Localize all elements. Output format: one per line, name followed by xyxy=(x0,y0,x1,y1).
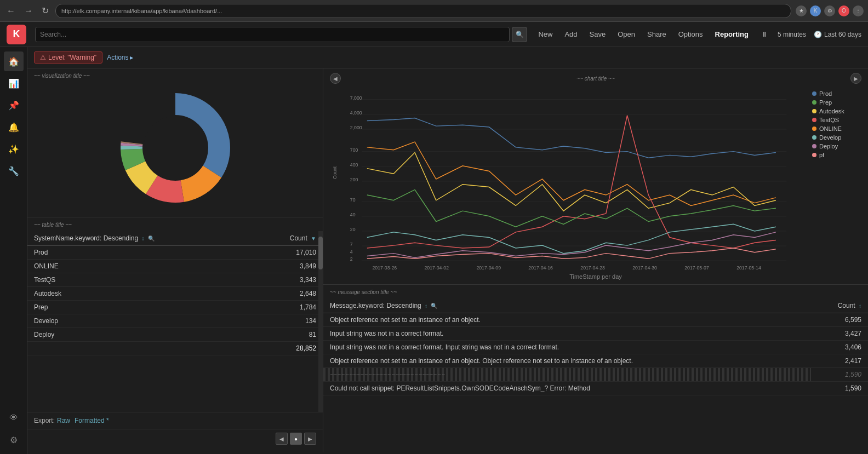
extension-icon[interactable]: ⚙ xyxy=(824,5,835,16)
sidebar-home[interactable]: 🏠 xyxy=(4,51,24,71)
profile-icon[interactable]: K xyxy=(810,5,821,16)
legend-item: Develop xyxy=(812,134,861,141)
count-cell: 1,784 xyxy=(255,301,323,314)
actions-button[interactable]: Actions xyxy=(107,54,133,61)
star-icon[interactable]: ★ xyxy=(796,5,807,16)
filter-tag-warning[interactable]: Level: "Warning" xyxy=(34,51,102,64)
message-section: ~~ message section title ~~ Message.keyw… xyxy=(323,285,868,452)
open-button[interactable]: Open xyxy=(615,29,637,39)
legend-dot xyxy=(812,127,816,131)
message-cell: Input string was not in a correct format… xyxy=(323,327,811,341)
svg-text:2017-04-23: 2017-04-23 xyxy=(580,265,605,271)
search-input[interactable] xyxy=(35,27,510,42)
legend-dot xyxy=(812,144,816,148)
message-section-title: ~~ message section title ~~ xyxy=(323,289,868,298)
new-button[interactable]: New xyxy=(536,29,555,39)
sidebar-alerts[interactable]: 🔔 xyxy=(4,117,24,137)
message-count: 2,417 xyxy=(811,354,868,368)
pause-button[interactable]: ⏸ xyxy=(758,29,770,39)
legend-item: Prod xyxy=(812,90,861,97)
export-label: Export: xyxy=(34,417,55,424)
svg-text:2017-04-30: 2017-04-30 xyxy=(632,265,657,271)
forward-button[interactable]: → xyxy=(22,4,35,18)
sidebar-settings[interactable]: ⚙ xyxy=(4,430,24,450)
scroll-indicator[interactable] xyxy=(318,231,323,412)
legend-label: Develop xyxy=(819,134,841,141)
left-panel: ~~ visualization title ~~ xyxy=(27,68,323,452)
interval-label: 5 minutes xyxy=(778,31,806,38)
browser-icons: ★ K ⚙ O ⋮ xyxy=(796,5,864,16)
svg-text:7: 7 xyxy=(350,242,353,247)
svg-text:Count: Count xyxy=(332,166,338,179)
chart-next-btn[interactable]: ▶ xyxy=(850,73,861,84)
export-raw[interactable]: Raw xyxy=(57,417,70,424)
sidebar-tools[interactable]: 🔧 xyxy=(4,161,24,181)
message-cell: Could not call snippet: PEResultListSnip… xyxy=(323,382,811,395)
legend-label: ONLINE xyxy=(819,125,842,132)
message-count: 3,427 xyxy=(811,327,868,341)
sort-icon[interactable]: ↕ xyxy=(141,235,144,242)
opera-icon[interactable]: O xyxy=(838,5,849,16)
menu-icon[interactable]: ⋮ xyxy=(853,5,864,16)
page-prev[interactable]: ◀ xyxy=(276,433,288,445)
svg-text:2017-04-02: 2017-04-02 xyxy=(424,265,449,271)
refresh-button[interactable]: ↻ xyxy=(39,3,51,18)
filter-bar: Level: "Warning" Actions xyxy=(27,47,868,68)
count-col-header: Count ▼ xyxy=(255,231,323,246)
svg-text:70: 70 xyxy=(350,197,356,203)
pagination-bar: ◀ ● ▶ xyxy=(27,429,323,448)
table-row: Develop134 xyxy=(27,314,323,328)
msg-count-sort-icon[interactable]: ↕ xyxy=(859,303,861,309)
total-label xyxy=(27,342,255,355)
page-circle[interactable]: ● xyxy=(290,433,302,445)
export-formatted[interactable]: Formatted * xyxy=(75,417,109,424)
sidebar-charts[interactable]: 📊 xyxy=(4,73,24,93)
system-table-wrapper: SystemName.keyword: Descending ↕ 🔍 Count… xyxy=(27,231,323,412)
search-icon[interactable]: 🔍 xyxy=(148,235,155,242)
time-range-label: Last 60 days xyxy=(824,31,861,38)
legend-dot xyxy=(812,135,816,140)
system-name-cell: TestQS xyxy=(27,273,255,287)
reporting-button[interactable]: Reporting xyxy=(713,29,751,39)
back-button[interactable]: ← xyxy=(4,4,18,18)
save-button[interactable]: Save xyxy=(587,29,608,39)
url-bar[interactable]: http://elk.company.internal/kibana/app/k… xyxy=(55,4,791,18)
options-button[interactable]: Options xyxy=(676,29,705,39)
sidebar-discover[interactable]: 📌 xyxy=(4,95,24,115)
message-count: 1,590 xyxy=(811,382,868,395)
system-name-cell: Autodesk xyxy=(27,287,255,301)
system-name-cell: Prod xyxy=(27,246,255,260)
sidebar-star[interactable]: ✨ xyxy=(4,139,24,159)
donut-section: ~~ visualization title ~~ xyxy=(27,68,323,217)
message-row: Object reference not set to an instance … xyxy=(323,313,868,327)
svg-text:700: 700 xyxy=(350,147,358,153)
msg-sort-icon[interactable]: ↕ xyxy=(425,303,427,309)
count-sort-icon[interactable]: ▼ xyxy=(311,235,316,242)
header-actions: New Add Save Open Share Options Reportin… xyxy=(536,29,861,39)
table-row: Prep1,784 xyxy=(27,301,323,314)
add-button[interactable]: Add xyxy=(562,29,579,39)
svg-text:200: 200 xyxy=(350,177,358,182)
page-next[interactable]: ▶ xyxy=(304,433,316,445)
chart-title: ~~ chart title ~~ xyxy=(341,76,850,82)
chart-prev-btn[interactable]: ◀ xyxy=(330,73,341,84)
msg-search-icon[interactable]: 🔍 xyxy=(431,303,437,309)
search-button[interactable]: 🔍 xyxy=(512,27,527,42)
svg-text:4: 4 xyxy=(350,249,353,255)
share-button[interactable]: Share xyxy=(645,29,669,39)
legend-item: Deploy xyxy=(812,143,861,150)
sidebar-eye[interactable]: 👁 xyxy=(4,408,24,428)
browser-chrome: ← → ↻ http://elk.company.internal/kibana… xyxy=(0,0,868,22)
right-panel: ◀ ~~ chart title ~~ ▶ 7,000 4,000 2,000 … xyxy=(323,68,868,452)
chart-section: ◀ ~~ chart title ~~ ▶ 7,000 4,000 2,000 … xyxy=(323,68,868,285)
system-table-section: ~~ table title ~~ SystemName.keyword: De… xyxy=(27,217,323,452)
system-data-table: SystemName.keyword: Descending ↕ 🔍 Count… xyxy=(27,231,323,355)
system-table-title: ~~ table title ~~ xyxy=(27,222,323,231)
message-cell: ~~~~~~~~~~~~~~~~~~~~~~~~~~~~~~ xyxy=(323,368,811,382)
message-row: Object reference not set to an instance … xyxy=(323,354,868,368)
svg-point-8 xyxy=(144,116,207,180)
legend-dot xyxy=(812,100,816,105)
table-row: Prod17,010 xyxy=(27,246,323,260)
msg-col-label: Message.keyword: Descending xyxy=(330,302,421,309)
app-logo: K xyxy=(7,25,26,44)
